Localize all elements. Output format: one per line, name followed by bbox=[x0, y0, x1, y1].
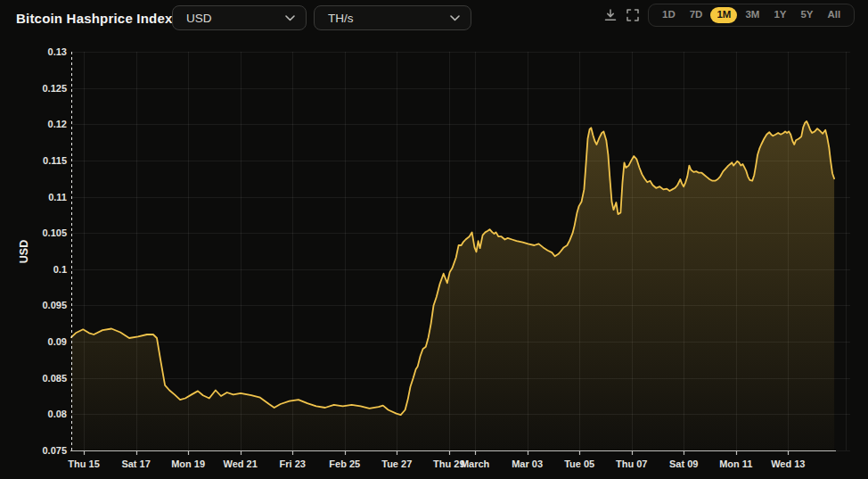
currency-dropdown[interactable]: USD bbox=[172, 5, 307, 30]
unit-dropdown[interactable]: TH/s bbox=[314, 5, 471, 30]
x-tick-label: Sat 09 bbox=[669, 458, 698, 469]
x-tick-label: March bbox=[461, 458, 490, 469]
x-tick-label: Tue 05 bbox=[564, 458, 594, 469]
range-button-all[interactable]: All bbox=[822, 7, 848, 23]
x-tick-label: Thu 07 bbox=[616, 458, 647, 469]
x-tick-label: Wed 13 bbox=[771, 458, 805, 469]
chevron-down-icon bbox=[285, 15, 295, 21]
download-icon[interactable] bbox=[603, 6, 621, 24]
unit-dropdown-value: TH/s bbox=[328, 12, 354, 25]
range-button-1d[interactable]: 1D bbox=[656, 7, 682, 23]
hashprice-chart[interactable]: 0.130.1250.120.1150.110.1050.10.0950.090… bbox=[0, 0, 868, 479]
app: { "header": { "title": "Bitcoin Hashpric… bbox=[0, 0, 868, 479]
x-tick-label: Mar 03 bbox=[512, 458, 543, 469]
fullscreen-icon[interactable] bbox=[626, 6, 643, 24]
x-tick-label: Fri 23 bbox=[280, 458, 306, 469]
x-tick-label: Wed 21 bbox=[224, 458, 258, 469]
range-button-5y[interactable]: 5Y bbox=[794, 7, 819, 23]
y-tick-label: 0.11 bbox=[48, 192, 67, 202]
y-tick-label: 0.115 bbox=[43, 155, 67, 166]
range-button-7d[interactable]: 7D bbox=[684, 7, 709, 23]
y-tick-label: 0.13 bbox=[48, 46, 67, 57]
x-tick-label: Mon 11 bbox=[719, 458, 752, 469]
x-tick-label: Sat 17 bbox=[121, 458, 150, 469]
range-button-1y[interactable]: 1Y bbox=[767, 7, 792, 23]
page-title: Bitcoin Hashprice Index bbox=[16, 11, 172, 26]
y-tick-label: 0.1 bbox=[53, 264, 67, 275]
x-tick-labels: Thu 15Sat 17Mon 19Wed 21Fri 23Feb 25Tue … bbox=[68, 458, 805, 469]
y-axis-title: USD bbox=[18, 240, 30, 263]
y-tick-label: 0.095 bbox=[42, 300, 67, 310]
x-tick-label: Feb 25 bbox=[329, 458, 360, 469]
chart-header: Bitcoin Hashprice Index USD TH/s 1D7D1M3… bbox=[0, 0, 868, 39]
range-button-1m[interactable]: 1M bbox=[710, 7, 737, 23]
range-button-group: 1D7D1M3M1Y5YAll bbox=[648, 4, 855, 27]
x-tick-label: Thu 15 bbox=[68, 458, 99, 469]
y-tick-label: 0.09 bbox=[48, 336, 67, 347]
y-tick-label: 0.085 bbox=[42, 373, 67, 384]
y-tick-label: 0.12 bbox=[48, 119, 67, 129]
y-tick-label: 0.075 bbox=[42, 445, 67, 456]
x-tick-label: Mon 19 bbox=[171, 458, 205, 469]
x-tick-label: Tue 27 bbox=[381, 458, 412, 469]
y-tick-labels: 0.130.1250.120.1150.110.1050.10.0950.090… bbox=[42, 46, 67, 456]
currency-dropdown-value: USD bbox=[186, 12, 212, 25]
y-tick-label: 0.08 bbox=[48, 409, 67, 419]
range-button-3m[interactable]: 3M bbox=[739, 7, 766, 23]
y-tick-label: 0.125 bbox=[42, 83, 67, 94]
x-axis bbox=[70, 450, 836, 455]
y-tick-label: 0.105 bbox=[42, 227, 67, 238]
area-fill bbox=[71, 121, 834, 450]
chevron-down-icon bbox=[450, 15, 460, 21]
